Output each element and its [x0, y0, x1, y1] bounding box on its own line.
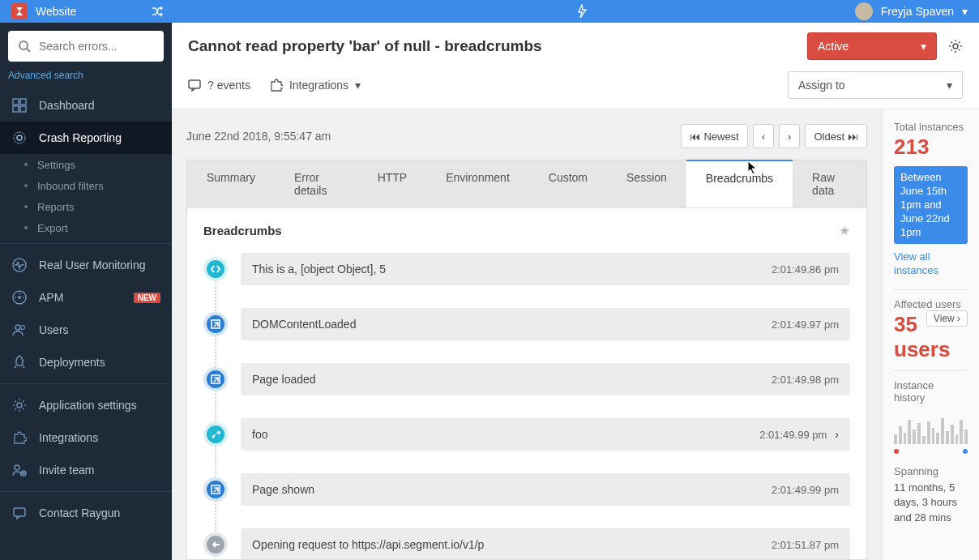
newest-button[interactable]: ⏮ Newest — [681, 124, 747, 148]
chat-icon — [11, 506, 28, 520]
search-box[interactable] — [8, 31, 164, 62]
date-range-chip[interactable]: Between June 15th 1pm and June 22nd 1pm — [894, 166, 968, 244]
svg-rect-2 — [13, 99, 19, 105]
nav-crash-reporting[interactable]: Crash Reporting — [0, 122, 172, 154]
total-instances-label: Total instances — [894, 121, 968, 133]
sparkline-chart — [894, 412, 968, 444]
bolt-icon[interactable] — [575, 4, 588, 19]
svg-point-14 — [15, 325, 20, 330]
nav-invite-team[interactable]: Invite team — [0, 454, 172, 486]
invite-icon — [11, 463, 28, 477]
user-menu-caret-icon[interactable]: ▾ — [962, 5, 968, 18]
page-header: Cannot read property 'bar' of null - bre… — [172, 23, 979, 109]
svg-point-17 — [15, 465, 19, 470]
avatar[interactable] — [855, 2, 873, 20]
breadcrumb-message: Page loaded — [252, 373, 316, 386]
nav-contact[interactable]: Contact Raygun — [0, 497, 172, 529]
tab-summary[interactable]: Summary — [187, 160, 275, 207]
chevron-right-icon[interactable]: › — [835, 428, 839, 441]
subnav-reports[interactable]: Reports — [0, 196, 172, 217]
puzzle-icon — [270, 79, 283, 92]
nav-rum[interactable]: Real User Monitoring — [0, 249, 172, 281]
breadcrumb-time: 2:01:49.86 pm — [772, 263, 839, 276]
puzzle-icon — [11, 430, 28, 445]
breadcrumb-icon — [203, 532, 228, 557]
svg-point-22 — [953, 44, 958, 49]
subnav-export[interactable]: Export — [0, 217, 172, 238]
favorite-star-icon[interactable]: ★ — [839, 223, 850, 238]
prev-button[interactable]: ‹ — [753, 124, 774, 148]
breadcrumb-row: Opening request to https://api.segment.i… — [203, 528, 850, 560]
events-link[interactable]: ? events — [188, 79, 250, 92]
first-icon: ⏮ — [690, 130, 700, 143]
breadcrumb-time: 2:01:49.97 pm — [772, 318, 839, 331]
nav-users[interactable]: Users — [0, 314, 172, 346]
breadcrumb-row[interactable]: foo 2:01:49.99 pm › — [203, 418, 850, 451]
search-input[interactable] — [39, 40, 154, 53]
svg-point-28 — [212, 436, 215, 438]
nav-invite-label: Invite team — [39, 464, 94, 477]
shuffle-icon[interactable] — [151, 5, 164, 18]
spanning-value: 11 months, 5 days, 3 hours and 28 mins — [894, 481, 968, 525]
nav-dashboard-label: Dashboard — [39, 99, 95, 112]
user-name[interactable]: Freyja Spaven — [881, 5, 954, 18]
nav-deployments[interactable]: Deployments — [0, 346, 172, 378]
next-button[interactable]: › — [779, 124, 800, 148]
svg-point-16 — [17, 403, 22, 408]
tab-session[interactable]: Session — [607, 160, 686, 207]
breadcrumb-message: DOMContentLoaded — [252, 318, 356, 331]
caret-down-icon: ▾ — [947, 79, 952, 92]
subnav-inbound-filters[interactable]: Inbound filters — [0, 175, 172, 196]
app-logo — [11, 3, 28, 19]
last-icon: ⏭ — [848, 130, 858, 143]
tab-environment[interactable]: Environment — [426, 160, 529, 207]
breadcrumb-icon — [203, 257, 228, 281]
nav-crash-label: Crash Reporting — [39, 131, 122, 144]
tab-error-details[interactable]: Error details — [275, 160, 358, 207]
view-all-instances-link[interactable]: View all instances — [894, 250, 968, 278]
dashboard-icon — [11, 98, 28, 113]
breadcrumb-time: 2:01:49.98 pm — [772, 374, 839, 386]
event-timestamp: June 22nd 2018, 9:55:47 am — [186, 130, 331, 143]
advanced-search-link[interactable]: Advanced search — [0, 70, 172, 89]
svg-point-10 — [18, 296, 21, 299]
svg-rect-21 — [14, 508, 25, 516]
nav-apm[interactable]: APM NEW — [0, 281, 172, 314]
oldest-button[interactable]: Oldest ⏭ — [805, 124, 867, 148]
total-instances-value: 213 — [894, 135, 968, 160]
breadcrumb-row: Page loaded 2:01:49.98 pm — [203, 363, 850, 395]
svg-rect-4 — [13, 106, 19, 112]
nav-contact-label: Contact Raygun — [39, 507, 120, 519]
svg-rect-5 — [20, 106, 26, 112]
breadcrumb-time: 2:01:51.87 pm — [772, 539, 839, 551]
settings-gear-icon[interactable] — [948, 39, 963, 53]
section-title: Breadcrumbs — [203, 224, 282, 237]
nav-integrations[interactable]: Integrations — [0, 421, 172, 454]
tab-http[interactable]: HTTP — [358, 160, 427, 207]
breadcrumb-time: 2:01:49.99 pm — [772, 484, 839, 496]
caret-down-icon: ▾ — [921, 40, 926, 53]
svg-point-15 — [21, 326, 25, 330]
nav-appset-label: Application settings — [39, 399, 137, 412]
tabs: Summary Error details HTTP Environment C… — [186, 160, 867, 208]
tab-custom[interactable]: Custom — [529, 160, 607, 207]
view-users-button[interactable]: View › — [926, 310, 968, 327]
site-name[interactable]: Website — [36, 5, 76, 18]
svg-rect-3 — [20, 99, 26, 105]
tab-breadcrumbs[interactable]: Breadcrumbs — [686, 160, 793, 207]
users-icon — [11, 323, 28, 337]
spanning-label: Spanning — [894, 465, 968, 477]
range-start-dot — [894, 449, 899, 454]
svg-point-7 — [17, 135, 22, 140]
range-end-dot — [963, 449, 968, 454]
chevron-left-icon: ‹ — [762, 130, 765, 143]
integrations-link[interactable]: Integrations ▾ — [270, 79, 361, 92]
tab-raw-data[interactable]: Raw data — [793, 160, 866, 207]
nav-app-settings[interactable]: Application settings — [0, 389, 172, 421]
nav-dashboard[interactable]: Dashboard — [0, 89, 172, 122]
status-dropdown[interactable]: Active ▾ — [807, 32, 937, 60]
svg-point-6 — [14, 132, 25, 143]
assign-dropdown[interactable]: Assign to ▾ — [788, 71, 963, 99]
subnav-settings[interactable]: Settings — [0, 154, 172, 175]
nav-integ-label: Integrations — [39, 431, 98, 444]
